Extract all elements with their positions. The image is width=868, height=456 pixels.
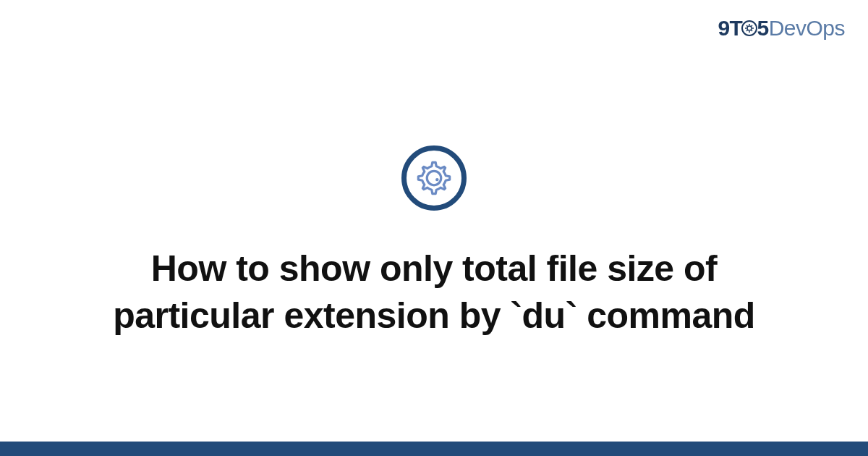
svg-point-2 [427,171,441,185]
main-content: How to show only total file size of part… [0,0,868,456]
svg-point-3 [435,178,438,181]
footer-bar [0,442,868,456]
gear-icon-badge [401,145,467,211]
gear-icon [415,159,453,197]
page-title: How to show only total file size of part… [72,245,796,339]
